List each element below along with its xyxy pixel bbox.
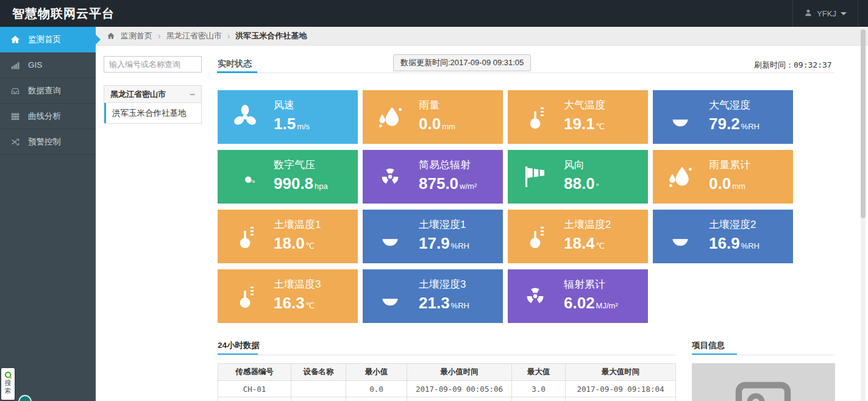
sidebar-item-GIS[interactable]: GIS — [0, 52, 96, 78]
sensor-tile-土壤湿度2: 土壤湿度216.9%RH — [653, 210, 793, 263]
refresh-time: 刷新时间：09:32:37 — [754, 60, 832, 71]
tile-label: 雨量 — [419, 98, 439, 112]
table-cell: 0.0 — [346, 381, 407, 397]
breadcrumb-separator: › — [227, 31, 230, 41]
table-header: 最大值时间 — [566, 364, 676, 381]
pressure-gauge-icon: hPa — [231, 163, 259, 191]
tile-label: 土壤温度2 — [564, 218, 611, 232]
scrollbar-thumb[interactable] — [861, 29, 866, 218]
sidebar-item-曲线分析[interactable]: 曲线分析 — [0, 104, 96, 129]
sidebar-item-label: 曲线分析 — [28, 111, 61, 122]
sensor-tile-土壤湿度3: 土壤湿度321.3%RH — [363, 269, 503, 323]
windsock-icon — [521, 163, 549, 191]
sensor-tile-辐射累计: 辐射累计6.02MJ/m² — [508, 269, 648, 323]
tile-value: 16.3 — [274, 294, 305, 313]
collapse-minus-icon[interactable]: − — [190, 89, 195, 99]
signal-bars-icon — [10, 60, 20, 70]
thermometer-icon — [231, 222, 259, 250]
section-divider — [218, 355, 675, 355]
tile-label: 大气温度 — [564, 98, 605, 112]
tile-unit: ℃ — [306, 241, 315, 250]
search-helper-widget[interactable]: 搜 索 — [1, 368, 15, 400]
sensor-tile-大气湿度: 大气湿度79.2%RH — [653, 90, 793, 144]
refresh-time-value: 09:32:37 — [794, 60, 832, 69]
tile-value: 21.3 — [419, 294, 450, 313]
widget-text-line: 索 — [1, 387, 15, 395]
vertical-scrollbar — [861, 27, 866, 401]
home-icon — [107, 32, 115, 41]
tab-project-info[interactable]: 项目信息 — [692, 340, 725, 351]
table-header: 最大值 — [512, 364, 566, 381]
tile-value: 18.4 — [564, 234, 595, 253]
table-header: 设备名称 — [291, 364, 346, 381]
sidebar-item-label: 预警控制 — [28, 137, 61, 147]
breadcrumb-item: 洪军玉米合作社基地 — [235, 30, 307, 41]
breadcrumb: 监测首页›黑龙江省密山市›洪军玉米合作社基地 — [96, 27, 868, 46]
widget-text-line: 搜 — [1, 379, 15, 387]
table-cell: 3.0 — [512, 381, 566, 397]
tile-value: 88.0 — [564, 174, 595, 193]
tile-label: 辐射累计 — [564, 277, 605, 291]
sensor-stats-table: 传感器编号设备名称最小值最小值时间最大值最大值时间 CH-010.02017-0… — [218, 363, 676, 401]
tile-label: 土壤温度1 — [274, 218, 321, 232]
app-title: 智慧物联网云平台 — [12, 0, 115, 27]
tile-value: 16.9 — [709, 234, 740, 253]
tile-value: 6.02 — [564, 294, 595, 313]
table-header: 传感器编号 — [218, 364, 291, 381]
table-cell — [407, 397, 512, 401]
sensor-tile-数字气压: hPa数字气压990.8hpa — [218, 150, 358, 204]
table-cell — [512, 397, 566, 401]
tile-unit: MJ/m² — [596, 301, 618, 310]
tile-value: 17.9 — [419, 234, 450, 253]
tile-unit: %RH — [451, 241, 469, 250]
thermometer-icon — [231, 282, 259, 310]
sensor-tile-土壤温度2: 土壤温度218.4℃ — [508, 210, 648, 263]
tile-unit: hpa — [315, 182, 328, 191]
breadcrumb-item[interactable]: 监测首页 — [121, 30, 152, 41]
tile-value: 875.0 — [419, 174, 458, 193]
tile-unit: ℃ — [596, 241, 605, 250]
search-input[interactable] — [104, 56, 202, 73]
refresh-time-label: 刷新时间： — [754, 60, 794, 69]
sidebar-item-数据查询[interactable]: 数据查询 — [0, 78, 96, 104]
thermometer-icon — [521, 222, 549, 250]
radiation-icon — [521, 282, 549, 310]
thermometer-icon — [521, 103, 549, 131]
sidebar-item-监测首页[interactable]: 监测首页 — [0, 27, 96, 52]
tree-item-base[interactable]: 洪军玉米合作社基地 — [104, 103, 202, 124]
grid-icon — [10, 112, 20, 121]
table-cell: 2017-09-09 09:18:04 — [566, 381, 676, 397]
sensor-tile-土壤湿度1: 土壤湿度117.9%RH — [363, 210, 503, 263]
crossed-arrows-icon — [10, 137, 20, 147]
table-cell — [566, 397, 676, 401]
table-row-partial — [218, 397, 676, 401]
tab-realtime-status[interactable]: 实时状态 — [218, 59, 252, 69]
user-menu[interactable]: YFKJ — [792, 0, 858, 27]
tile-value: 990.8 — [274, 174, 313, 193]
radiation-icon — [376, 163, 404, 191]
tile-value: 18.0 — [274, 234, 305, 253]
tile-unit: w/m² — [460, 182, 477, 191]
humidity-drop-icon — [376, 222, 404, 250]
caret-down-icon — [841, 12, 847, 15]
tree-group-label: 黑龙江省密山市 — [110, 89, 166, 100]
home-icon — [10, 35, 20, 44]
tile-unit: %RH — [451, 301, 469, 310]
breadcrumb-item[interactable]: 黑龙江省密山市 — [166, 30, 222, 41]
svg-text:hPa: hPa — [247, 179, 255, 184]
tile-label: 大气湿度 — [709, 98, 750, 112]
tile-unit: %RH — [741, 122, 760, 131]
data-update-time-button[interactable]: 数据更新时间:2017-09-09 09:31:05 — [393, 54, 531, 71]
table-header: 最小值 — [346, 364, 407, 381]
tile-label: 土壤温度3 — [274, 277, 321, 291]
tree-group-header[interactable]: 黑龙江省密山市 − — [104, 85, 202, 103]
tab-24h-data[interactable]: 24小时数据 — [218, 340, 260, 351]
table-cell: 2017-09-09 00:05:06 — [407, 381, 512, 397]
sidebar-item-预警控制[interactable]: 预警控制 — [0, 129, 96, 155]
device-tree: 黑龙江省密山市 − 洪军玉米合作社基地 — [104, 85, 202, 124]
humidity-drop-icon — [666, 222, 694, 250]
sensor-tile-雨量: 雨量0.0mm — [363, 90, 503, 144]
tile-unit: m/s — [297, 122, 310, 131]
tile-unit: mm — [442, 122, 455, 131]
app-header: 智慧物联网云平台 YFKJ — [0, 0, 868, 27]
